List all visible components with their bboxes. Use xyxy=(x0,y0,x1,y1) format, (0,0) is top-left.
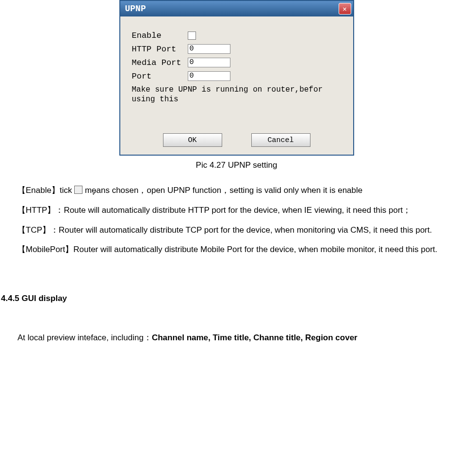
tcp-desc: 【TCP】：Router will automatically distribu… xyxy=(1,221,472,240)
media-port-label: Media Port xyxy=(132,58,188,67)
port-label: Port xyxy=(132,72,188,81)
upnp-dialog: UPNP ✕ Enable HTTP Port 0 Media Port 0 P… xyxy=(119,0,354,156)
document-text: 【Enable】tick means chosen，open UPNP func… xyxy=(0,181,473,348)
http-port-input[interactable]: 0 xyxy=(188,44,230,54)
enable-label: Enable xyxy=(132,31,188,40)
cancel-button[interactable]: Cancel xyxy=(251,133,310,147)
http-desc: 【HTTP】：Route will automatically distribu… xyxy=(1,201,472,221)
close-icon: ✕ xyxy=(343,5,346,13)
hint-line-1: Make sure UPNP is running on router,befo… xyxy=(132,85,323,94)
mobileport-desc: 【MobilePort】Router will automatically di… xyxy=(1,240,472,260)
hint-text: Make sure UPNP is running on router,befo… xyxy=(132,85,342,104)
dialog-body: Enable HTTP Port 0 Media Port 0 Port 0 M… xyxy=(120,16,353,155)
close-button[interactable]: ✕ xyxy=(339,3,351,15)
window-title: UPNP xyxy=(125,4,339,14)
enable-checkbox[interactable] xyxy=(188,32,196,40)
figure-caption: Pic 4.27 UPNP setting xyxy=(0,160,473,170)
ok-button[interactable]: OK xyxy=(163,133,222,147)
media-port-input[interactable]: 0 xyxy=(188,58,230,67)
section-heading: 4.4.5 GUI display xyxy=(1,289,472,309)
checkmark-icon xyxy=(74,186,82,194)
port-input[interactable]: 0 xyxy=(188,71,230,81)
last-line: At local preview inteface, including：Cha… xyxy=(1,328,472,348)
title-bar[interactable]: UPNP ✕ xyxy=(120,1,353,16)
hint-line-2: using this xyxy=(132,95,179,104)
enable-desc: 【Enable】tick means chosen，open UPNP func… xyxy=(1,181,472,201)
http-port-label: HTTP Port xyxy=(132,45,188,54)
